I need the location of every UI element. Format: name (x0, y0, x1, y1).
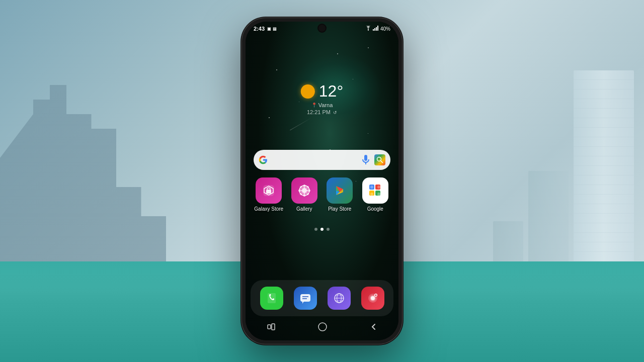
app-galaxy-store[interactable]: Galaxy Store (254, 177, 284, 212)
camera-notch (318, 25, 326, 32)
signal-icon (373, 26, 379, 32)
app-gallery[interactable]: Gallery (289, 177, 320, 212)
dock-samsung-internet-icon (328, 287, 351, 310)
dock-messages[interactable] (288, 287, 322, 310)
dock-screen-recorder[interactable] (356, 287, 389, 310)
dock-screen-recorder-icon (361, 287, 384, 310)
page-dot-1 (314, 228, 317, 231)
svg-point-41 (371, 296, 375, 300)
sun-icon (301, 84, 315, 99)
app-play-store[interactable]: Play Store (325, 177, 355, 212)
svg-point-16 (306, 190, 310, 192)
dock-messages-icon (294, 287, 317, 310)
voice-search-button[interactable] (360, 154, 371, 165)
page-dot-3 (327, 228, 330, 231)
play-store-label: Play Store (328, 206, 351, 212)
status-time: 2:43 ▣ ▤ (254, 26, 277, 32)
weather-temp-row: 12° (301, 82, 343, 101)
dock (251, 280, 393, 316)
svg-point-28 (370, 193, 373, 196)
weather-time: 12:21 PM ↺ (301, 109, 343, 115)
location-pin-icon: 📍 (311, 103, 317, 108)
svg-point-29 (377, 193, 380, 196)
page-dots (314, 228, 330, 231)
phone-device: 2:43 ▣ ▤ 40% 12° (242, 18, 403, 344)
svg-rect-45 (272, 324, 275, 330)
svg-rect-2 (374, 28, 375, 31)
temperature: 12° (319, 82, 343, 101)
location-row: 📍 Varna (301, 102, 343, 108)
app-google[interactable]: Google (360, 177, 391, 212)
svg-rect-10 (266, 190, 271, 194)
phone-screen: 2:43 ▣ ▤ 40% 12° (246, 22, 398, 340)
dock-phone-icon (260, 287, 283, 310)
svg-point-27 (377, 186, 380, 189)
svg-point-26 (370, 186, 373, 189)
svg-point-15 (298, 190, 302, 192)
battery-text: 40% (380, 26, 390, 32)
google-label: Google (367, 206, 383, 212)
svg-point-14 (303, 193, 305, 197)
svg-rect-30 (300, 294, 310, 302)
svg-rect-5 (364, 155, 367, 161)
recents-button[interactable] (264, 319, 279, 336)
back-button[interactable] (366, 320, 380, 336)
gallery-icon (291, 177, 317, 204)
weather-widget: 12° 📍 Varna 12:21 PM ↺ (301, 82, 343, 115)
status-icons: 40% (365, 26, 390, 32)
phone-wrapper: 2:43 ▣ ▤ 40% 12° (242, 18, 403, 344)
galaxy-store-label: Galaxy Store (254, 206, 283, 212)
google-icon (362, 177, 388, 204)
svg-point-7 (377, 157, 381, 161)
svg-point-0 (368, 30, 369, 31)
svg-rect-4 (377, 26, 378, 31)
galaxy-store-icon (256, 177, 282, 204)
gallery-label: Gallery (296, 206, 312, 212)
app-grid: Galaxy Store (246, 177, 398, 212)
google-g-icon (259, 155, 268, 164)
svg-point-43 (375, 295, 376, 296)
search-bar[interactable] (254, 150, 390, 170)
svg-line-8 (381, 161, 383, 163)
dock-phone[interactable] (255, 287, 288, 310)
nav-bar (246, 318, 398, 337)
dock-samsung-internet[interactable] (322, 287, 356, 310)
svg-point-46 (318, 323, 327, 331)
page-dot-2 (320, 228, 324, 231)
location-name: Varna (318, 102, 333, 108)
svg-point-13 (303, 185, 305, 189)
svg-rect-1 (373, 29, 374, 31)
svg-rect-44 (268, 325, 271, 329)
lens-button[interactable] (374, 154, 385, 165)
svg-rect-3 (376, 27, 377, 31)
home-button[interactable] (314, 319, 331, 337)
play-store-icon (327, 177, 353, 204)
wifi-icon (365, 26, 371, 32)
